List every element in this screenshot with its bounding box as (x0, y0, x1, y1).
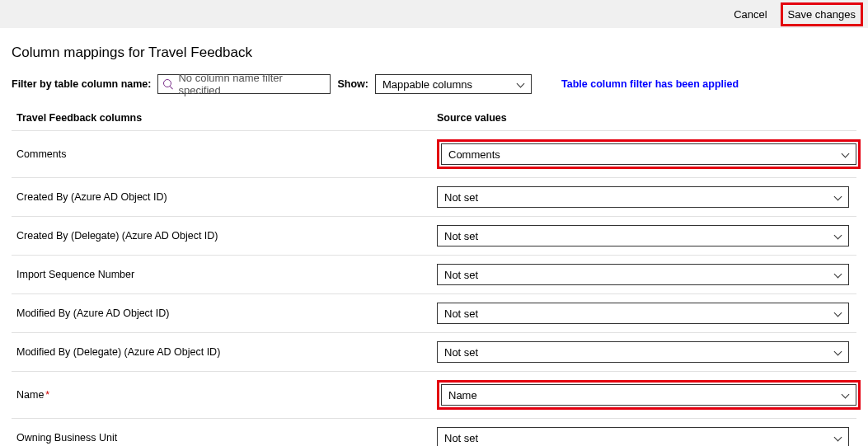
chevron-down-icon (833, 434, 842, 442)
show-label: Show: (337, 78, 368, 90)
source-value-dropdown[interactable]: Name (441, 384, 856, 406)
value-cell: Not set (437, 225, 852, 246)
mapping-rows: CommentsCommentsCreated By (Azure AD Obj… (12, 130, 856, 446)
source-value-dropdown[interactable]: Not set (437, 186, 849, 208)
value-cell: Not set (437, 341, 852, 363)
header-left: Travel Feedback columns (16, 112, 437, 124)
show-dropdown[interactable]: Mappable columns (375, 74, 532, 94)
column-name-filter-input[interactable]: No column name filter specified (157, 74, 331, 94)
mapping-row: Created By (Azure AD Object ID)Not set (12, 177, 856, 216)
mapping-row: Name*Name (12, 371, 856, 418)
chevron-down-icon (833, 270, 842, 279)
filter-label: Filter by table column name: (12, 78, 151, 90)
column-label: Created By (Azure AD Object ID) (16, 191, 437, 203)
column-label: Created By (Delegate) (Azure AD Object I… (16, 230, 437, 242)
source-value-dropdown[interactable]: Comments (441, 143, 856, 165)
column-label: Comments (16, 148, 437, 160)
mapping-row: Owning Business UnitNot set (12, 418, 856, 446)
column-label: Name* (16, 389, 437, 401)
chevron-down-icon (841, 391, 849, 399)
dropdown-selected-value: Not set (444, 346, 478, 359)
cancel-button[interactable]: Cancel (729, 5, 772, 24)
filter-placeholder: No column name filter specified (178, 72, 325, 96)
dropdown-selected-value: Not set (444, 230, 478, 242)
table-header-row: Travel Feedback columns Source values (12, 107, 856, 130)
source-value-dropdown[interactable]: Not set (437, 303, 849, 324)
column-label: Import Sequence Number (16, 269, 437, 280)
source-value-dropdown[interactable]: Not set (437, 264, 849, 285)
dropdown-selected-value: Not set (444, 191, 478, 204)
mapping-row: CommentsComments (12, 130, 856, 177)
top-command-bar: Cancel Save changes (0, 0, 868, 28)
dropdown-highlight: Name (437, 380, 861, 410)
value-cell: Not set (437, 427, 852, 446)
chevron-down-icon (833, 232, 842, 240)
save-highlight: Save changes (781, 2, 863, 26)
column-label: Modified By (Azure AD Object ID) (16, 308, 437, 319)
dropdown-selected-value: Not set (444, 432, 478, 444)
mapping-row: Created By (Delegate) (Azure AD Object I… (12, 216, 856, 255)
show-selected-value: Mappable columns (382, 78, 472, 91)
chevron-down-icon (833, 309, 842, 317)
header-right: Source values (437, 112, 852, 124)
source-value-dropdown[interactable]: Not set (437, 225, 849, 246)
value-cell: Not set (437, 186, 852, 208)
dropdown-selected-value: Comments (448, 148, 500, 161)
chevron-down-icon (833, 193, 842, 201)
page-title: Column mappings for Travel Feedback (12, 45, 856, 61)
chevron-down-icon (833, 348, 842, 356)
chevron-down-icon (516, 80, 524, 88)
source-value-dropdown[interactable]: Not set (437, 341, 849, 363)
save-changes-button[interactable]: Save changes (783, 5, 861, 24)
value-cell: Name (437, 380, 861, 410)
dropdown-selected-value: Name (448, 389, 477, 401)
column-label: Owning Business Unit (16, 432, 437, 444)
mapping-row: Modified By (Azure AD Object ID)Not set (12, 293, 856, 332)
filter-bar: Filter by table column name: No column n… (12, 74, 856, 94)
mapping-row: Import Sequence NumberNot set (12, 255, 856, 293)
dropdown-selected-value: Not set (444, 308, 478, 320)
mapping-row: Modified By (Delegate) (Azure AD Object … (12, 332, 856, 371)
column-label: Modified By (Delegate) (Azure AD Object … (16, 346, 437, 358)
value-cell: Comments (437, 139, 861, 169)
value-cell: Not set (437, 303, 852, 324)
dropdown-selected-value: Not set (444, 269, 478, 281)
dropdown-highlight: Comments (437, 139, 861, 169)
source-value-dropdown[interactable]: Not set (437, 427, 849, 446)
filter-applied-message: Table column filter has been applied (561, 78, 739, 90)
required-indicator: * (45, 389, 49, 401)
chevron-down-icon (841, 150, 849, 158)
value-cell: Not set (437, 264, 852, 285)
search-icon (163, 79, 173, 89)
